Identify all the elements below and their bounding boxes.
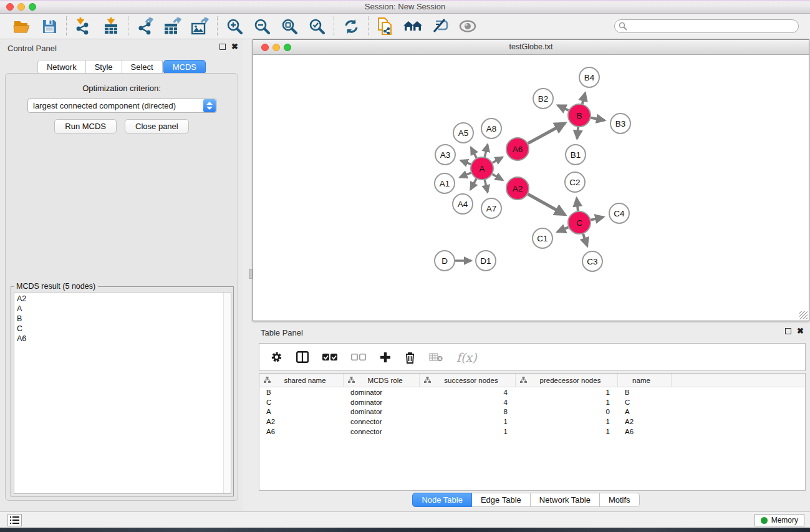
delete-table-button[interactable] bbox=[429, 352, 443, 362]
edge-A-A6[interactable] bbox=[493, 157, 503, 163]
cell-successor-nodes[interactable]: 4 bbox=[420, 399, 516, 406]
tab-mcds[interactable]: MCDS bbox=[163, 60, 206, 74]
edge-A-A7[interactable] bbox=[485, 180, 488, 192]
memory-button[interactable]: Memory bbox=[755, 514, 804, 526]
network-canvas[interactable]: B4B2BB3A8A5A6A3B1AC2A1A2A4A7C4CC1DD1C3 bbox=[254, 55, 808, 320]
cell-MCDS-role[interactable]: dominator bbox=[344, 399, 420, 406]
mcds-result-item[interactable]: C bbox=[17, 324, 231, 334]
edge-A2-C[interactable] bbox=[528, 194, 566, 215]
cell-shared-name[interactable]: B bbox=[259, 389, 344, 396]
edge-C-C3[interactable] bbox=[583, 234, 587, 246]
window-resize-grip[interactable] bbox=[799, 311, 808, 319]
cell-name[interactable]: C bbox=[618, 399, 672, 406]
mcds-result-item[interactable]: A2 bbox=[17, 294, 231, 304]
edge-B-B4[interactable] bbox=[582, 93, 586, 104]
edge-A-A2[interactable] bbox=[493, 174, 503, 180]
float-panel-button[interactable] bbox=[219, 44, 226, 50]
show-graphics-button[interactable] bbox=[458, 17, 477, 36]
column-header-successor-nodes[interactable]: successor nodes bbox=[420, 374, 516, 387]
table-options-button[interactable] bbox=[271, 351, 282, 363]
open-session-button[interactable] bbox=[12, 17, 31, 36]
run-mcds-button[interactable]: Run MCDS bbox=[54, 119, 117, 133]
column-header-MCDS-role[interactable]: MCDS role bbox=[344, 374, 420, 387]
edge-A6-B[interactable] bbox=[528, 123, 565, 143]
zoom-window-button[interactable] bbox=[29, 3, 36, 11]
create-column-button[interactable] bbox=[380, 352, 391, 363]
cell-MCDS-role[interactable]: dominator bbox=[344, 389, 420, 396]
tab-motifs[interactable]: Motifs bbox=[600, 493, 640, 507]
zoom-fit-button[interactable] bbox=[280, 17, 299, 36]
mcds-result-item[interactable]: A bbox=[17, 304, 231, 314]
edge-A-A4[interactable] bbox=[471, 179, 476, 190]
cell-name[interactable]: A bbox=[618, 408, 672, 415]
mcds-result-scrollbar[interactable] bbox=[223, 293, 231, 493]
edge-A-A1[interactable] bbox=[460, 173, 471, 177]
select-all-columns-button[interactable] bbox=[322, 354, 337, 361]
network-close-button[interactable] bbox=[261, 44, 269, 51]
cell-successor-nodes[interactable]: 1 bbox=[420, 418, 516, 425]
network-window-titlebar[interactable]: testGlobe.txt bbox=[253, 40, 809, 55]
column-header-shared-name[interactable]: shared name bbox=[259, 374, 344, 387]
export-table-button[interactable] bbox=[163, 17, 182, 36]
show-column-panel-button[interactable] bbox=[296, 351, 309, 363]
export-network-button[interactable] bbox=[136, 17, 155, 36]
cell-successor-nodes[interactable]: 1 bbox=[420, 428, 516, 435]
network-zoom-button[interactable] bbox=[284, 44, 291, 51]
table-row[interactable]: Cdominator41C bbox=[259, 397, 805, 407]
mcds-result-item[interactable]: A6 bbox=[17, 334, 231, 344]
cell-shared-name[interactable]: C bbox=[259, 399, 344, 406]
splitter-handle[interactable] bbox=[249, 269, 253, 279]
cell-MCDS-role[interactable]: connector bbox=[344, 418, 420, 425]
cell-successor-nodes[interactable]: 8 bbox=[420, 408, 516, 415]
column-header-name[interactable]: name bbox=[618, 374, 672, 387]
table-row[interactable]: A6connector11A6 bbox=[259, 427, 805, 437]
tab-network[interactable]: Network bbox=[37, 60, 86, 74]
import-table-button[interactable] bbox=[102, 17, 120, 36]
table-row[interactable]: Adominator80A bbox=[259, 407, 805, 417]
function-builder-button[interactable]: f(x) bbox=[456, 351, 477, 364]
table-row[interactable]: Bdominator41B bbox=[259, 387, 805, 397]
edge-A-A8[interactable] bbox=[485, 145, 488, 157]
cell-predecessor-nodes[interactable]: 1 bbox=[516, 418, 618, 425]
cell-MCDS-role[interactable]: connector bbox=[344, 428, 420, 435]
cell-successor-nodes[interactable]: 4 bbox=[420, 389, 516, 396]
tab-node-table[interactable]: Node Table bbox=[412, 493, 472, 507]
zoom-selected-button[interactable] bbox=[307, 17, 326, 36]
edge-B-B2[interactable] bbox=[558, 105, 569, 110]
cell-shared-name[interactable]: A6 bbox=[259, 428, 344, 435]
minimize-window-button[interactable] bbox=[17, 3, 25, 11]
tab-edge-table[interactable]: Edge Table bbox=[472, 493, 531, 507]
float-table-panel-button[interactable] bbox=[785, 328, 791, 334]
cell-predecessor-nodes[interactable]: 1 bbox=[516, 399, 618, 406]
cell-predecessor-nodes[interactable]: 1 bbox=[516, 389, 618, 396]
node-table[interactable]: shared nameMCDS rolesuccessor nodesprede… bbox=[259, 373, 806, 491]
delete-column-button[interactable] bbox=[405, 351, 415, 364]
cell-predecessor-nodes[interactable]: 1 bbox=[516, 428, 618, 435]
network-minimize-button[interactable] bbox=[272, 44, 280, 51]
optimization-criterion-select[interactable]: largest connected component (directed) bbox=[27, 99, 217, 113]
tab-network-table[interactable]: Network Table bbox=[531, 493, 600, 507]
cell-predecessor-nodes[interactable]: 0 bbox=[516, 408, 618, 415]
zoom-out-button[interactable] bbox=[253, 17, 271, 36]
clone-network-button[interactable] bbox=[376, 17, 395, 36]
table-row[interactable]: A2connector11A2 bbox=[259, 417, 805, 427]
task-history-button[interactable] bbox=[7, 514, 22, 526]
edge-B-B1[interactable] bbox=[577, 127, 578, 138]
apply-layout-button[interactable] bbox=[342, 17, 360, 36]
edge-C-C2[interactable] bbox=[577, 198, 578, 211]
edge-C-C4[interactable] bbox=[591, 217, 603, 220]
cell-shared-name[interactable]: A bbox=[259, 408, 344, 415]
mcds-result-item[interactable]: B bbox=[17, 314, 231, 324]
cybrowser-button[interactable] bbox=[403, 17, 422, 36]
unselect-all-columns-button[interactable] bbox=[351, 354, 366, 361]
cell-shared-name[interactable]: A2 bbox=[259, 418, 344, 425]
cell-MCDS-role[interactable]: dominator bbox=[344, 408, 420, 415]
tab-style[interactable]: Style bbox=[86, 60, 122, 74]
close-panel-icon[interactable]: ✖ bbox=[231, 44, 238, 50]
zoom-in-button[interactable] bbox=[225, 17, 244, 36]
import-network-button[interactable] bbox=[74, 17, 93, 36]
cell-name[interactable]: A2 bbox=[618, 418, 672, 425]
column-header-predecessor-nodes[interactable]: predecessor nodes bbox=[516, 374, 618, 387]
cell-name[interactable]: A6 bbox=[618, 428, 672, 435]
close-panel-button[interactable]: Close panel bbox=[125, 119, 189, 133]
